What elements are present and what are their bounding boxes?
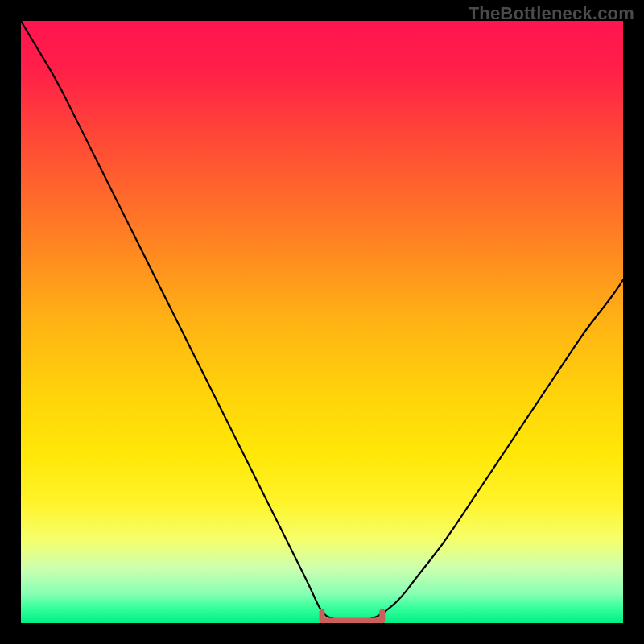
chart-frame: TheBottleneck.com (0, 0, 644, 644)
watermark-text: TheBottleneck.com (469, 3, 634, 24)
gradient-background (21, 21, 623, 623)
chart-plot-area (21, 21, 623, 623)
chart-svg (21, 21, 623, 623)
